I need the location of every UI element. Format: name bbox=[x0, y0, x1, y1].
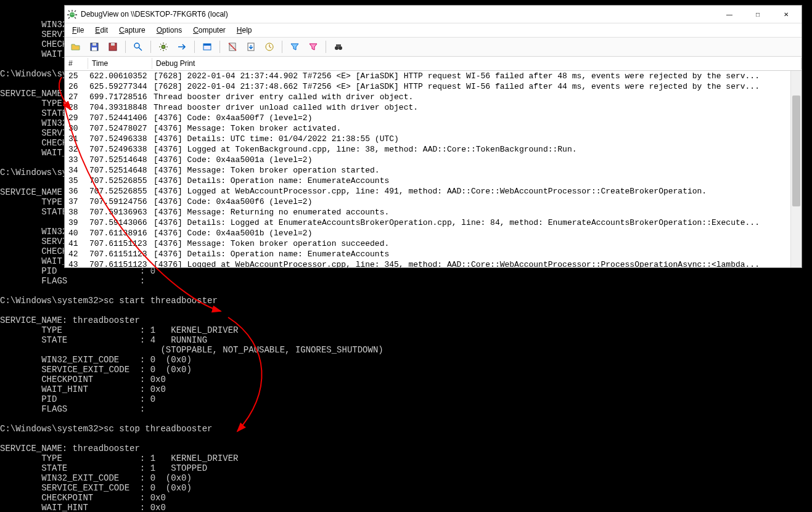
log-row-msg: [7628] 2022-01-04 21:37:44.902 T#7256 <E… bbox=[152, 71, 802, 81]
log-row-msg: [4376] Logged at TokenBackground.cpp, li… bbox=[152, 144, 802, 155]
log-row-msg: [4376] Message: Token broker operation s… bbox=[152, 165, 802, 176]
minimize-button[interactable]: — bbox=[715, 6, 744, 23]
autoscroll-button[interactable] bbox=[244, 39, 258, 54]
log-row[interactable]: 38707.59136963[4376] Message: Returning … bbox=[65, 207, 802, 217]
log-row-time: 704.39318848 bbox=[88, 102, 152, 113]
highlight-button[interactable] bbox=[131, 39, 146, 54]
magnifier-icon bbox=[133, 42, 143, 52]
log-row[interactable]: 33707.52514648[4376] Code: 0x4aa5001a (l… bbox=[65, 155, 802, 165]
log-row-num: 36 bbox=[65, 186, 88, 197]
scroll-icon bbox=[246, 42, 256, 52]
menu-help[interactable]: Help bbox=[232, 25, 257, 36]
log-row[interactable]: 37707.59124756[4376] Code: 0x4aa500f6 (l… bbox=[65, 197, 802, 207]
time-button[interactable] bbox=[262, 39, 277, 54]
menu-computer[interactable]: Computer bbox=[188, 25, 231, 36]
vertical-scrollbar[interactable] bbox=[790, 71, 802, 267]
log-row-time: 707.52441406 bbox=[88, 113, 152, 123]
save-as-icon bbox=[108, 42, 118, 52]
log-row-msg: [4376] Code: 0x4aa500f7 (level=2) bbox=[152, 113, 802, 123]
log-row[interactable]: 36707.52526855[4376] Logged at WebAccoun… bbox=[65, 186, 802, 197]
log-row-num: 30 bbox=[65, 123, 88, 134]
log-row-num: 34 bbox=[65, 165, 88, 176]
log-row[interactable]: 40707.61138916[4376] Code: 0x4aa5001b (l… bbox=[65, 228, 802, 238]
log-row-num: 29 bbox=[65, 113, 88, 123]
log-row[interactable]: 32707.52496338[4376] Logged at TokenBack… bbox=[65, 144, 802, 155]
svg-point-9 bbox=[162, 45, 165, 49]
log-row[interactable]: 42707.61151123[4376] Details: Operation … bbox=[65, 249, 802, 259]
capture-events-button[interactable] bbox=[156, 39, 171, 54]
close-button[interactable]: ✕ bbox=[772, 6, 800, 23]
log-row[interactable]: 28704.39318848Thread booster driver unlo… bbox=[65, 102, 802, 113]
scrollbar-thumb[interactable] bbox=[792, 95, 800, 206]
log-row-time: 707.52478027 bbox=[88, 123, 152, 134]
log-row-num: 38 bbox=[65, 207, 88, 217]
log-row-num: 28 bbox=[65, 102, 88, 113]
log-row[interactable]: 26625.59277344[7628] 2022-01-04 21:37:48… bbox=[65, 81, 802, 92]
log-row-time: 707.61151123 bbox=[88, 238, 152, 249]
log-row-msg: [4376] Details: Operation name: Enumerat… bbox=[152, 249, 802, 259]
log-row[interactable]: 41707.61151123[4376] Message: Token brok… bbox=[65, 238, 802, 249]
log-row[interactable]: 29707.52441406[4376] Code: 0x4aa500f7 (l… bbox=[65, 113, 802, 123]
gear-icon bbox=[158, 42, 168, 52]
log-row-time: 625.59277344 bbox=[88, 81, 152, 92]
log-row-msg: [4376] Message: Token broker operation s… bbox=[152, 238, 802, 249]
capture-kernel-button[interactable] bbox=[200, 39, 215, 54]
svg-rect-4 bbox=[92, 43, 96, 46]
open-button[interactable] bbox=[68, 39, 83, 54]
binoculars-icon bbox=[334, 42, 343, 52]
log-row-time: 707.52526855 bbox=[88, 186, 152, 197]
log-row-msg: [4376] Code: 0x4aa5001b (level=2) bbox=[152, 228, 802, 238]
menu-file[interactable]: File bbox=[67, 25, 89, 36]
column-header-num[interactable]: # bbox=[65, 58, 88, 69]
floppy-icon bbox=[89, 42, 99, 52]
svg-rect-17 bbox=[336, 44, 341, 47]
maximize-button[interactable]: □ bbox=[744, 6, 772, 23]
find-button[interactable] bbox=[331, 39, 346, 54]
log-row[interactable]: 30707.52478027[4376] Message: Token brok… bbox=[65, 123, 802, 134]
menu-bar: File Edit Capture Options Computer Help bbox=[65, 23, 802, 38]
log-row-num: 33 bbox=[65, 155, 88, 165]
menu-options[interactable]: Options bbox=[152, 25, 187, 36]
menu-edit[interactable]: Edit bbox=[90, 25, 113, 36]
log-row-num: 27 bbox=[65, 92, 88, 102]
title-bar[interactable]: DebugView on \\DESKTOP-7FKGRT6 (local) —… bbox=[65, 6, 802, 23]
log-row[interactable]: 34707.52514648[4376] Message: Token brok… bbox=[65, 165, 802, 176]
log-row-time: 707.52514648 bbox=[88, 155, 152, 165]
clear-icon bbox=[228, 42, 237, 52]
log-row-time: 707.61151123 bbox=[88, 249, 152, 259]
log-row[interactable]: 35707.52526855[4376] Details: Operation … bbox=[65, 176, 802, 186]
svg-rect-5 bbox=[92, 47, 97, 51]
log-row[interactable]: 25622.00610352[7628] 2022-01-04 21:37:44… bbox=[65, 71, 802, 81]
clear-button[interactable] bbox=[225, 39, 240, 54]
log-row[interactable]: 27699.71728516Thread booster driver entr… bbox=[65, 92, 802, 102]
debugview-window: DebugView on \\DESKTOP-7FKGRT6 (local) —… bbox=[64, 5, 802, 268]
pass-through-button[interactable] bbox=[174, 39, 189, 54]
log-area[interactable]: 25622.00610352[7628] 2022-01-04 21:37:44… bbox=[65, 71, 802, 267]
svg-point-8 bbox=[134, 43, 139, 48]
funnel-pink-icon bbox=[308, 42, 318, 52]
toolbar bbox=[65, 38, 802, 57]
column-header-debug[interactable]: Debug Print bbox=[152, 58, 802, 69]
log-row-msg: Thread booster driver unload called with… bbox=[152, 102, 802, 113]
log-row[interactable]: 39707.59143066[4376] Details: Logged at … bbox=[65, 217, 802, 228]
log-row-msg: [7628] 2022-01-04 21:37:48.662 T#7256 <E… bbox=[152, 81, 802, 92]
log-row-time: 707.52496338 bbox=[88, 144, 152, 155]
save-button[interactable] bbox=[87, 39, 102, 54]
svg-point-2 bbox=[73, 14, 74, 15]
log-row[interactable]: 31707.52496338[4376] Details: UTC time: … bbox=[65, 134, 802, 144]
column-header-row: # Time Debug Print bbox=[65, 57, 802, 71]
log-row-num: 35 bbox=[65, 176, 88, 186]
filter-exclude-button[interactable] bbox=[306, 39, 321, 54]
column-header-time[interactable]: Time bbox=[88, 58, 152, 69]
log-row-num: 43 bbox=[65, 259, 88, 267]
filter-include-button[interactable] bbox=[287, 39, 302, 54]
log-row-num: 39 bbox=[65, 217, 88, 228]
log-row-time: 707.59143066 bbox=[88, 217, 152, 228]
log-row-num: 40 bbox=[65, 228, 88, 238]
log-row-num: 32 bbox=[65, 144, 88, 155]
save-as-button[interactable] bbox=[105, 39, 120, 54]
log-row-num: 37 bbox=[65, 197, 88, 207]
menu-capture[interactable]: Capture bbox=[114, 25, 150, 36]
log-row[interactable]: 43707.61151123[4376] Logged at WebAccoun… bbox=[65, 259, 802, 267]
log-row-time: 707.61138916 bbox=[88, 228, 152, 238]
